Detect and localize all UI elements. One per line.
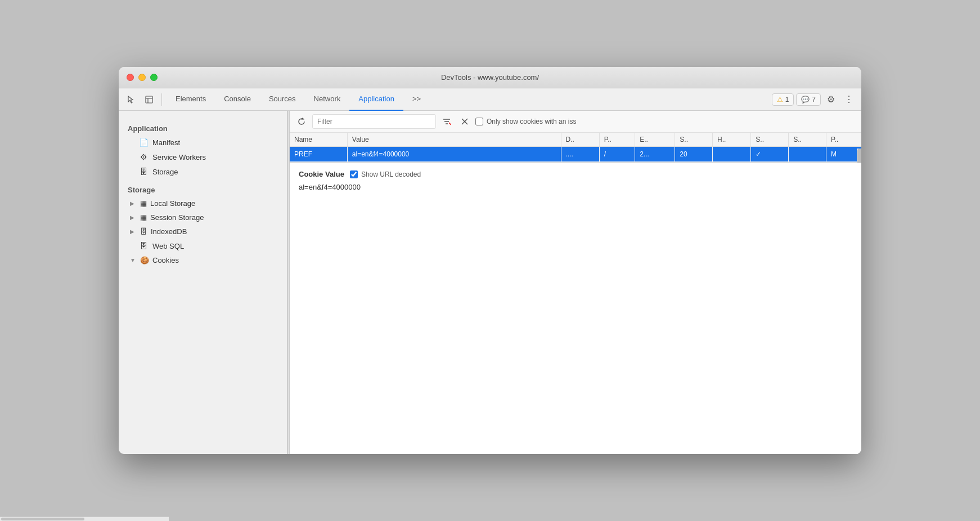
cell-expires: 2... bbox=[635, 147, 675, 162]
sidebar-section-storage: Storage bbox=[119, 179, 287, 196]
col-header-secure[interactable]: S.. bbox=[751, 133, 789, 147]
cookie-value-label: Cookie Value bbox=[299, 170, 344, 178]
tab-elements[interactable]: Elements bbox=[167, 88, 215, 111]
window-title: DevTools - www.youtube.com/ bbox=[441, 73, 539, 82]
storage-icon: 🗄 bbox=[139, 167, 148, 176]
session-storage-icon: ▦ bbox=[140, 213, 147, 222]
traffic-lights bbox=[127, 74, 158, 81]
cookie-value-text: al=en&f4=4000000 bbox=[299, 183, 852, 191]
indexeddb-icon: 🗄 bbox=[140, 227, 147, 236]
cell-value: al=en&f4=4000000 bbox=[347, 147, 561, 162]
devtools-window: DevTools - www.youtube.com/ Elements Con… bbox=[119, 67, 861, 454]
maximize-button[interactable] bbox=[150, 74, 158, 81]
table-scroll-thumb bbox=[857, 149, 861, 163]
only-show-label: Only show cookies with an iss bbox=[475, 118, 576, 125]
refresh-icon bbox=[297, 117, 306, 126]
web-sql-icon: 🗄 bbox=[139, 241, 148, 250]
cookie-panel: Only show cookies with an iss Name Value… bbox=[290, 111, 861, 454]
minimize-button[interactable] bbox=[138, 74, 146, 81]
col-header-value[interactable]: Value bbox=[347, 133, 561, 147]
show-url-decoded-label: Show URL decoded bbox=[350, 170, 421, 178]
sidebar-item-storage[interactable]: 🗄 Storage bbox=[119, 164, 287, 179]
main-content: Application 📄 Manifest ⚙ Service Workers… bbox=[119, 111, 861, 454]
local-storage-icon: ▦ bbox=[140, 199, 147, 208]
more-options-btn[interactable]: ⋮ bbox=[841, 92, 857, 107]
svg-rect-0 bbox=[146, 96, 152, 103]
tab-more[interactable]: >> bbox=[403, 88, 430, 111]
separator-1 bbox=[161, 93, 162, 106]
cookies-icon: 🍪 bbox=[140, 256, 149, 264]
service-workers-icon: ⚙ bbox=[139, 152, 148, 161]
col-header-path[interactable]: P.. bbox=[599, 133, 635, 147]
cell-path: / bbox=[599, 147, 635, 162]
settings-btn[interactable]: ⚙ bbox=[823, 92, 839, 107]
cell-samesite bbox=[789, 147, 826, 162]
only-show-checkbox[interactable] bbox=[475, 118, 483, 125]
clear-icon bbox=[461, 118, 469, 125]
sidebar-item-manifest[interactable]: 📄 Manifest bbox=[119, 135, 287, 150]
sidebar-item-service-workers[interactable]: ⚙ Service Workers bbox=[119, 150, 287, 164]
show-url-decoded-checkbox[interactable] bbox=[350, 170, 358, 178]
sidebar-item-indexeddb[interactable]: ▶ 🗄 IndexedDB bbox=[119, 224, 287, 239]
cookie-value-header: Cookie Value Show URL decoded bbox=[299, 170, 852, 178]
expand-arrow-indexeddb: ▶ bbox=[130, 228, 137, 235]
gear-icon: ⚙ bbox=[827, 94, 835, 105]
info-badge-btn[interactable]: 💬 7 bbox=[796, 93, 821, 106]
toolbar: Elements Console Sources Network Applica… bbox=[119, 88, 861, 111]
filter-input[interactable] bbox=[312, 114, 436, 129]
col-header-expires[interactable]: E.. bbox=[635, 133, 675, 147]
expand-arrow-cookies: ▼ bbox=[130, 257, 137, 263]
expand-arrow-session-storage: ▶ bbox=[130, 214, 137, 221]
col-header-domain[interactable]: D.. bbox=[561, 133, 599, 147]
col-header-httponly[interactable]: H.. bbox=[713, 133, 751, 147]
sidebar-item-local-storage[interactable]: ▶ ▦ Local Storage bbox=[119, 196, 287, 210]
cookie-table: Name Value D.. P.. E.. S.. H.. S.. S.. P… bbox=[290, 133, 861, 162]
tab-application[interactable]: Application bbox=[349, 88, 403, 111]
more-icon: ⋮ bbox=[844, 94, 853, 105]
table-scrollbar[interactable] bbox=[857, 149, 861, 163]
cursor-icon bbox=[127, 95, 136, 104]
table-header-row: Name Value D.. P.. E.. S.. H.. S.. S.. P… bbox=[290, 133, 861, 147]
manifest-icon: 📄 bbox=[139, 138, 148, 147]
filter-icon bbox=[442, 117, 451, 126]
tab-navigation: Elements Console Sources Network Applica… bbox=[167, 88, 770, 111]
sidebar-item-session-storage[interactable]: ▶ ▦ Session Storage bbox=[119, 210, 287, 224]
warning-badge-btn[interactable]: ⚠ 1 bbox=[772, 93, 794, 106]
cell-httponly bbox=[713, 147, 751, 162]
sidebar-section-application: Application bbox=[119, 118, 287, 135]
cell-priority: M bbox=[826, 147, 861, 162]
cookie-toolbar: Only show cookies with an iss bbox=[290, 111, 861, 133]
warning-icon: ⚠ bbox=[777, 96, 783, 104]
clear-btn[interactable] bbox=[457, 114, 472, 129]
col-header-size[interactable]: S.. bbox=[675, 133, 713, 147]
col-header-name[interactable]: Name bbox=[290, 133, 347, 147]
inspect-icon-btn[interactable] bbox=[141, 92, 157, 107]
title-bar: DevTools - www.youtube.com/ bbox=[119, 67, 861, 88]
col-header-priority[interactable]: P.. bbox=[826, 133, 861, 147]
col-header-samesite[interactable]: S.. bbox=[789, 133, 826, 147]
cookie-table-area: Name Value D.. P.. E.. S.. H.. S.. S.. P… bbox=[290, 133, 861, 163]
close-button[interactable] bbox=[127, 74, 134, 81]
tab-sources[interactable]: Sources bbox=[260, 88, 305, 111]
sidebar-item-web-sql[interactable]: 🗄 Web SQL bbox=[119, 239, 287, 253]
cookie-value-section: Cookie Value Show URL decoded al=en&f4=4… bbox=[290, 163, 861, 454]
refresh-btn[interactable] bbox=[294, 114, 309, 129]
svg-line-7 bbox=[449, 123, 451, 125]
cursor-icon-btn[interactable] bbox=[123, 92, 139, 107]
sidebar: Application 📄 Manifest ⚙ Service Workers… bbox=[119, 111, 287, 454]
cell-domain: .... bbox=[561, 147, 599, 162]
filter-clear-btn[interactable] bbox=[439, 114, 454, 129]
inspect-icon bbox=[145, 95, 154, 104]
comment-icon: 💬 bbox=[801, 96, 810, 104]
tab-console[interactable]: Console bbox=[215, 88, 260, 111]
cell-name: PREF bbox=[290, 147, 347, 162]
sidebar-item-cookies[interactable]: ▼ 🍪 Cookies bbox=[119, 253, 287, 267]
expand-arrow-local-storage: ▶ bbox=[130, 200, 137, 206]
table-row[interactable]: PREF al=en&f4=4000000 .... / 2... 20 ✓ M bbox=[290, 147, 861, 162]
cookie-table-wrapper: Name Value D.. P.. E.. S.. H.. S.. S.. P… bbox=[290, 133, 861, 163]
tab-network[interactable]: Network bbox=[305, 88, 350, 111]
cell-size: 20 bbox=[675, 147, 713, 162]
toolbar-right: ⚠ 1 💬 7 ⚙ ⋮ bbox=[772, 92, 857, 107]
cell-secure: ✓ bbox=[751, 147, 789, 162]
